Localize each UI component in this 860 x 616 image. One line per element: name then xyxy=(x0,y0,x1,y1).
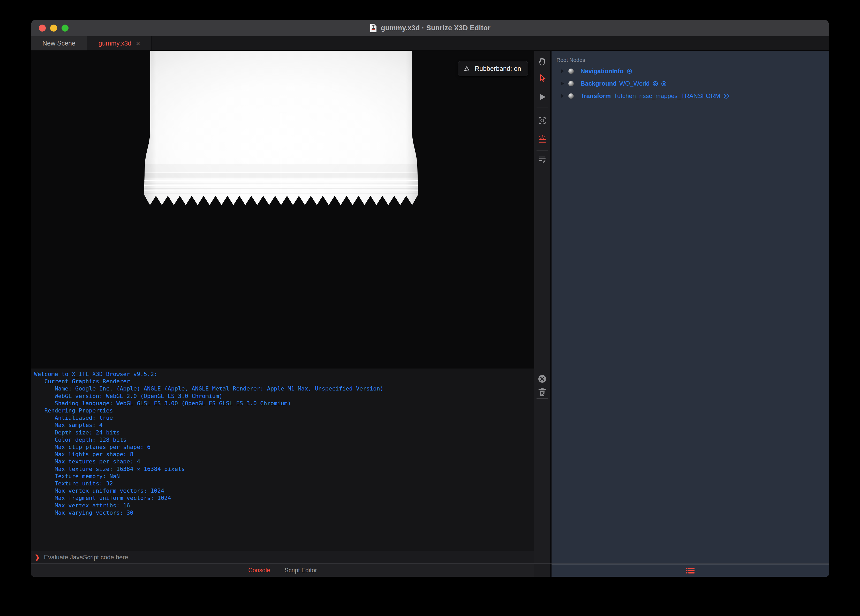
visibility-icon[interactable] xyxy=(652,81,658,86)
node-name-label: WO_World xyxy=(619,80,650,87)
document-icon xyxy=(369,23,377,33)
trash-icon xyxy=(538,387,547,397)
close-window-button[interactable] xyxy=(39,25,46,31)
prompt-placeholder: Evaluate JavaScript code here. xyxy=(44,554,130,561)
outline-list-icon[interactable] xyxy=(686,567,695,574)
outliner-panel: Root Nodes NavigationInfoBackgroundWO_Wo… xyxy=(551,51,829,577)
hand-icon xyxy=(537,57,548,67)
console-line: Shading language: WebGL GLSL ES 3.00 (Op… xyxy=(34,400,534,407)
console-line: Max textures per shape: 4 xyxy=(34,458,534,465)
rubberband-badge: Rubberband: on xyxy=(458,61,528,76)
footer-tab-script-editor[interactable]: Script Editor xyxy=(285,567,317,574)
toolbar-strip xyxy=(534,51,550,577)
sun-icon xyxy=(537,134,548,144)
node-type-label: Background xyxy=(581,80,617,87)
console-line: Max texture size: 16384 × 16384 pixels xyxy=(34,465,534,473)
main-content: Rubberband: on Welcome to X_ITE X3D Brow… xyxy=(31,51,829,577)
node-tree: NavigationInfoBackgroundWO_WorldTransfor… xyxy=(551,65,829,102)
app-window: gummy.x3d · Sunrize X3D Editor New Scene… xyxy=(31,20,829,577)
tab-new-scene[interactable]: New Scene xyxy=(31,36,87,50)
rubberband-triangle-icon xyxy=(463,65,471,73)
console-line: Texture memory: NaN xyxy=(34,473,534,480)
bottom-divider-line xyxy=(31,564,829,564)
toolbar-divider xyxy=(537,108,548,108)
console-line: Max lights per shape: 8 xyxy=(34,451,534,458)
console-line: Max vertex attribs: 16 xyxy=(34,502,534,509)
tab-label: gummy.x3d xyxy=(99,39,131,47)
console-line: Current Graphics Renderer xyxy=(34,378,534,385)
console-line: Max varying vectors: 30 xyxy=(34,509,534,517)
bag-3d-object[interactable] xyxy=(143,51,420,206)
node-ball-icon xyxy=(568,93,574,99)
tree-node-row[interactable]: TransformTütchen_rissc_mappes_TRANSFORM xyxy=(551,90,829,102)
footer-tab-bar: Console Script Editor xyxy=(31,564,534,577)
viewport-3d[interactable]: Rubberband: on xyxy=(31,51,534,369)
console-line: Color depth: 128 bits xyxy=(34,436,534,443)
window-controls xyxy=(39,20,69,36)
node-name-label: Tütchen_rissc_mappes_TRANSFORM xyxy=(613,92,720,99)
tab-bar: New Scene gummy.x3d × xyxy=(31,36,829,51)
node-ball-icon xyxy=(568,69,574,74)
titlebar: gummy.x3d · Sunrize X3D Editor xyxy=(31,20,829,36)
node-type-label: Transform xyxy=(581,92,611,99)
console-line: Welcome to X_ITE X3D Browser v9.5.2: xyxy=(34,371,534,378)
console-prompt[interactable]: ❯ Evaluate JavaScript code here. xyxy=(31,551,534,564)
cursor-icon xyxy=(537,74,548,84)
console-line: WebGL version: WebGL 2.0 (OpenGL ES 3.0 … xyxy=(34,393,534,400)
toolbar-divider xyxy=(537,150,548,151)
camera-frame-icon xyxy=(537,115,548,126)
play-button[interactable] xyxy=(537,92,548,102)
delete-messages-button[interactable] xyxy=(538,387,547,396)
toolbar-divider xyxy=(537,398,548,399)
expand-arrow-icon[interactable] xyxy=(561,82,564,86)
console-output[interactable]: Welcome to X_ITE X3D Browser v9.5.2: Cur… xyxy=(31,369,534,551)
light-mode-button[interactable] xyxy=(537,134,548,144)
tab-gummy-x3d[interactable]: gummy.x3d × xyxy=(87,36,152,50)
console-line: Max fragment uniform vectors: 1024 xyxy=(34,495,534,502)
expand-arrow-icon[interactable] xyxy=(561,94,564,98)
zoom-window-button[interactable] xyxy=(61,25,69,31)
tree-node-row[interactable]: NavigationInfo xyxy=(551,65,829,77)
prompt-chevron-icon: ❯ xyxy=(35,554,40,561)
console-line: Texture units: 32 xyxy=(34,480,534,487)
play-icon xyxy=(537,92,548,102)
bottom-divider-line xyxy=(534,564,551,564)
bound-node-icon[interactable] xyxy=(626,68,632,74)
node-ball-icon xyxy=(568,81,574,86)
select-arrow-tool-button[interactable] xyxy=(537,74,548,84)
footer-tab-console[interactable]: Console xyxy=(248,567,270,574)
console-line: Name: Google Inc. (Apple) ANGLE (Apple, … xyxy=(34,385,534,392)
console-line: Antialiased: true xyxy=(34,414,534,421)
script-pencil-icon xyxy=(537,154,548,165)
console-line: Depth size: 24 bits xyxy=(34,429,534,436)
console-line: Max clip planes per shape: 6 xyxy=(34,443,534,451)
console-line: Rendering Properties xyxy=(34,407,534,414)
rubberband-label: Rubberband: on xyxy=(475,65,521,72)
node-type-label: NavigationInfo xyxy=(581,68,624,75)
clear-console-button[interactable] xyxy=(538,374,547,383)
pan-hand-tool-button[interactable] xyxy=(537,57,548,67)
script-editor-button[interactable] xyxy=(537,154,548,165)
bound-node-icon[interactable] xyxy=(661,81,667,86)
tab-label: New Scene xyxy=(42,39,75,47)
expand-arrow-icon[interactable] xyxy=(561,69,564,73)
console-line: Max vertex uniform vectors: 1024 xyxy=(34,487,534,495)
window-title: gummy.x3d · Sunrize X3D Editor xyxy=(381,24,491,32)
outliner-header: Root Nodes xyxy=(556,57,585,63)
tab-close-icon[interactable]: × xyxy=(136,40,140,47)
console-line: Max samples: 4 xyxy=(34,421,534,429)
tree-node-row[interactable]: BackgroundWO_World xyxy=(551,77,829,90)
outliner-footer-bar xyxy=(551,564,829,577)
minimize-window-button[interactable] xyxy=(50,25,57,31)
visibility-icon[interactable] xyxy=(723,93,729,99)
close-circle-icon xyxy=(538,374,547,383)
snapshot-button[interactable] xyxy=(537,115,548,126)
